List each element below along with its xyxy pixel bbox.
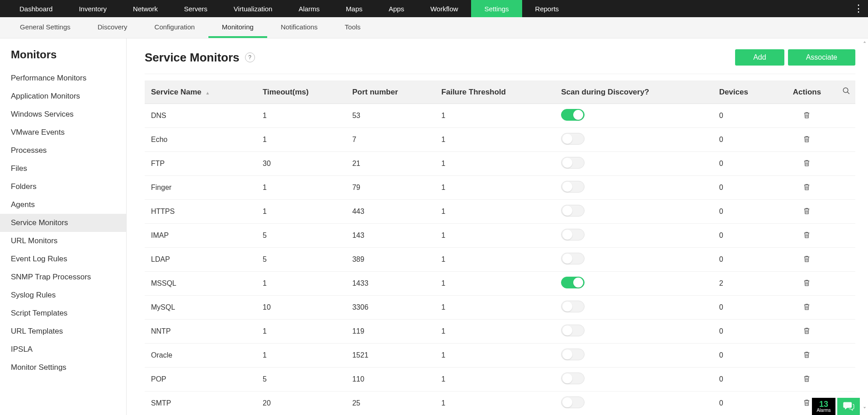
alarms-badge[interactable]: 13 Alarms <box>812 398 835 415</box>
sidebar-item-service-monitors[interactable]: Service Monitors <box>0 214 126 232</box>
topnav-tab-dashboard[interactable]: Dashboard <box>6 0 66 17</box>
cell-service-name[interactable]: POP <box>145 368 258 391</box>
cell-port: 1433 <box>348 272 437 296</box>
sidebar-item-processes[interactable]: Processes <box>0 141 126 160</box>
delete-icon[interactable] <box>803 183 811 191</box>
cell-devices: 0 <box>715 104 777 128</box>
sidebar-item-vmware-events[interactable]: VMware Events <box>0 123 126 141</box>
topnav-tab-network[interactable]: Network <box>120 0 171 17</box>
cell-service-name[interactable]: Echo <box>145 128 258 152</box>
table-row: Finger17910 <box>145 176 855 200</box>
chat-button[interactable] <box>837 398 860 415</box>
search-icon[interactable] <box>842 88 850 97</box>
col-service-name[interactable]: Service Name ▲ <box>145 80 258 104</box>
delete-icon[interactable] <box>803 327 811 335</box>
sidebar-item-files[interactable]: Files <box>0 160 126 178</box>
sidebar-item-snmp-trap-processors[interactable]: SNMP Trap Processors <box>0 268 126 286</box>
delete-icon[interactable] <box>803 231 811 239</box>
cell-service-name[interactable]: Finger <box>145 176 258 200</box>
scroll-down-icon[interactable]: ˅ <box>863 406 866 413</box>
associate-button[interactable]: Associate <box>788 49 855 66</box>
delete-icon[interactable] <box>803 111 811 119</box>
delete-icon[interactable] <box>803 399 811 406</box>
delete-icon[interactable] <box>803 279 811 287</box>
scan-toggle[interactable] <box>561 205 585 217</box>
delete-icon[interactable] <box>803 207 811 215</box>
cell-service-name[interactable]: IMAP <box>145 224 258 248</box>
subnav-tab-notifications[interactable]: Notifications <box>267 18 331 38</box>
scan-toggle[interactable] <box>561 396 585 408</box>
col-devices[interactable]: Devices <box>715 80 777 104</box>
sidebar-item-folders[interactable]: Folders <box>0 178 126 196</box>
topnav-tab-virtualization[interactable]: Virtualization <box>221 0 286 17</box>
sidebar-item-event-log-rules[interactable]: Event Log Rules <box>0 250 126 268</box>
scan-toggle[interactable] <box>561 109 585 121</box>
cell-devices: 0 <box>715 224 777 248</box>
scan-toggle[interactable] <box>561 133 585 145</box>
scan-toggle[interactable] <box>561 301 585 312</box>
delete-icon[interactable] <box>803 351 811 358</box>
scan-toggle[interactable] <box>561 229 585 241</box>
cell-service-name[interactable]: LDAP <box>145 248 258 272</box>
scan-toggle[interactable] <box>561 157 585 169</box>
sidebar-item-script-templates[interactable]: Script Templates <box>0 304 126 322</box>
cell-service-name[interactable]: Oracle <box>145 344 258 368</box>
col-failure[interactable]: Failure Threshold <box>437 80 557 104</box>
svg-line-1 <box>847 92 849 94</box>
sidebar-item-syslog-rules[interactable]: Syslog Rules <box>0 286 126 304</box>
scan-toggle[interactable] <box>561 181 585 193</box>
topnav-tab-apps[interactable]: Apps <box>376 0 417 17</box>
sidebar-item-monitor-settings[interactable]: Monitor Settings <box>0 358 126 377</box>
topnav-tab-reports[interactable]: Reports <box>522 0 572 17</box>
subnav-tab-configuration[interactable]: Configuration <box>141 18 208 38</box>
topnav-tab-inventory[interactable]: Inventory <box>66 0 120 17</box>
cell-service-name[interactable]: DNS <box>145 104 258 128</box>
cell-timeout: 1 <box>258 128 348 152</box>
cell-scan <box>557 296 714 320</box>
scan-toggle[interactable] <box>561 349 585 360</box>
col-scan[interactable]: Scan during Discovery? <box>557 80 714 104</box>
col-port[interactable]: Port number <box>348 80 437 104</box>
sidebar-item-url-templates[interactable]: URL Templates <box>0 322 126 340</box>
subnav-tab-discovery[interactable]: Discovery <box>84 18 141 38</box>
col-timeout[interactable]: Timeout(ms) <box>258 80 348 104</box>
topnav-tab-servers[interactable]: Servers <box>171 0 221 17</box>
topnav-tab-maps[interactable]: Maps <box>333 0 376 17</box>
cell-scan <box>557 320 714 344</box>
cell-service-name[interactable]: NNTP <box>145 320 258 344</box>
cell-service-name[interactable]: MSSQL <box>145 272 258 296</box>
scroll-up-icon[interactable]: ˄ <box>863 41 866 48</box>
scan-toggle[interactable] <box>561 277 585 288</box>
kebab-menu-icon[interactable]: ⋮ <box>854 3 863 14</box>
subnav-tab-monitoring[interactable]: Monitoring <box>208 18 267 38</box>
topnav-tab-alarms[interactable]: Alarms <box>285 0 333 17</box>
subnav-tab-tools[interactable]: Tools <box>331 18 374 38</box>
sidebar-item-ipsla[interactable]: IPSLA <box>0 340 126 358</box>
table-row: Oracle1152110 <box>145 344 855 368</box>
delete-icon[interactable] <box>803 375 811 382</box>
sidebar-item-windows-services[interactable]: Windows Services <box>0 105 126 123</box>
help-icon[interactable]: ? <box>245 52 255 62</box>
scan-toggle[interactable] <box>561 373 585 384</box>
delete-icon[interactable] <box>803 159 811 167</box>
sidebar-item-agents[interactable]: Agents <box>0 196 126 214</box>
delete-icon[interactable] <box>803 255 811 263</box>
cell-failure: 1 <box>437 128 557 152</box>
topnav-tab-settings[interactable]: Settings <box>471 0 522 17</box>
cell-port: 119 <box>348 320 437 344</box>
delete-icon[interactable] <box>803 135 811 143</box>
sidebar-item-application-monitors[interactable]: Application Monitors <box>0 87 126 105</box>
sidebar-item-performance-monitors[interactable]: Performance Monitors <box>0 69 126 87</box>
subnav-tab-general-settings[interactable]: General Settings <box>6 18 84 38</box>
topnav-tab-workflow[interactable]: Workflow <box>417 0 471 17</box>
scan-toggle[interactable] <box>561 325 585 336</box>
delete-icon[interactable] <box>803 303 811 311</box>
cell-service-name[interactable]: HTTPS <box>145 200 258 224</box>
add-button[interactable]: Add <box>735 49 784 66</box>
sidebar-item-url-monitors[interactable]: URL Monitors <box>0 232 126 250</box>
cell-actions <box>777 224 837 248</box>
scan-toggle[interactable] <box>561 253 585 264</box>
cell-service-name[interactable]: SMTP <box>145 391 258 415</box>
cell-service-name[interactable]: FTP <box>145 152 258 176</box>
cell-service-name[interactable]: MySQL <box>145 296 258 320</box>
